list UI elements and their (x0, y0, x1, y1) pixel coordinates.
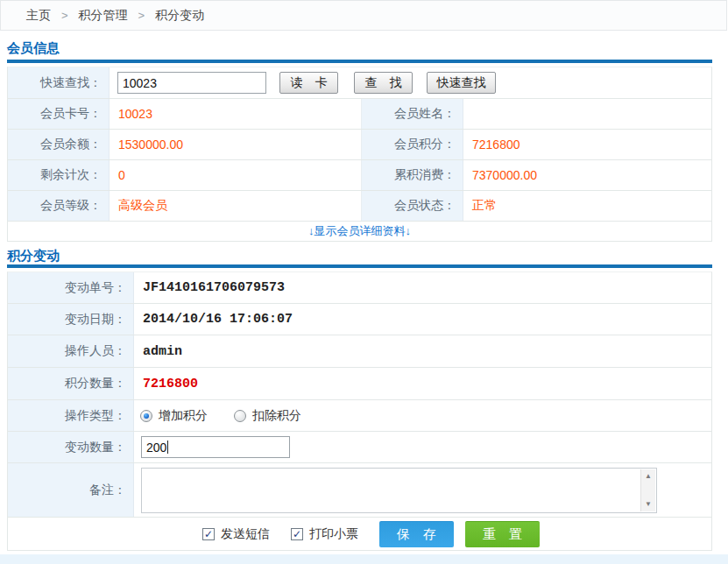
remark-row: 备注： ▲ ▼ (8, 463, 711, 518)
change-date-value: 2014/10/16 17:06:07 (134, 304, 711, 335)
actions-row: ✓ 发送短信 ✓ 打印小票 保 存 重 置 (8, 518, 711, 550)
order-number-row: 变动单号： JF1410161706079573 (8, 272, 711, 304)
change-amount-value: 200 (146, 441, 166, 455)
operator-value: admin (134, 335, 711, 367)
text-caret (167, 441, 168, 454)
member-name-value (463, 99, 711, 129)
breadcrumb-separator: > (61, 9, 68, 22)
breadcrumb-separator: > (138, 9, 145, 22)
member-status-value: 正常 (463, 191, 711, 221)
remaining-times-label: 剩余计次： (8, 160, 110, 190)
send-sms-checkbox[interactable]: ✓ (202, 528, 215, 540)
points-change-table: 变动单号： JF1410161706079573 变动日期： 2014/10/1… (7, 271, 712, 551)
balance-label: 会员余额： (8, 130, 110, 159)
member-level-label: 会员等级： (8, 191, 110, 221)
points-quantity-row: 积分数量： 7216800 (8, 368, 711, 400)
points-quantity-value: 7216800 (134, 368, 711, 399)
total-consumption-value: 7370000.00 (463, 160, 711, 190)
card-number-label: 会员卡号： (8, 99, 110, 129)
total-consumption-label: 累积消费： (362, 160, 463, 190)
member-points-value: 7216800 (463, 130, 711, 159)
deduct-points-radio[interactable] (234, 410, 246, 422)
member-row-card-name: 会员卡号： 10023 会员姓名： (8, 99, 711, 130)
operator-label: 操作人员： (8, 335, 134, 367)
member-row-level-status: 会员等级： 高级会员 会员状态： 正常 (8, 191, 711, 222)
balance-value: 1530000.00 (110, 130, 362, 159)
order-number-label: 变动单号： (8, 272, 134, 303)
add-points-radio-label[interactable]: 增加积分 (159, 408, 208, 424)
breadcrumb-points-management[interactable]: 积分管理 (79, 8, 128, 24)
change-date-label: 变动日期： (8, 304, 134, 335)
breadcrumb-home[interactable]: 主页 (26, 8, 51, 24)
scroll-down-icon[interactable]: ▼ (641, 497, 655, 511)
add-points-radio[interactable] (140, 410, 152, 422)
detail-link-row: ↓显示会员详细资料↓ (8, 222, 711, 241)
member-row-balance-points: 会员余额： 1530000.00 会员积分： 7216800 (8, 130, 711, 160)
member-level-value: 高级会员 (110, 191, 362, 221)
operator-row: 操作人员： admin (8, 335, 711, 368)
remark-label: 备注： (8, 463, 134, 517)
footer-strip (0, 554, 728, 564)
scroll-up-icon[interactable]: ▲ (641, 469, 655, 483)
quick-find-input[interactable] (117, 72, 266, 94)
deduct-points-radio-label[interactable]: 扣除积分 (252, 408, 301, 424)
show-member-detail-link[interactable]: ↓显示会员详细资料↓ (308, 223, 411, 239)
change-amount-label: 变动数量： (8, 432, 134, 462)
member-info-table: 快速查找： 读 卡 查 找 快速查找 会员卡号： 10023 会员姓名： 会员余… (7, 67, 712, 242)
change-amount-input[interactable]: 200 (141, 436, 290, 458)
member-info-title-bar (7, 60, 712, 63)
print-receipt-label[interactable]: 打印小票 (309, 526, 358, 542)
member-row-times-consume: 剩余计次： 0 累积消费： 7370000.00 (8, 160, 711, 191)
remark-textarea[interactable]: ▲ ▼ (141, 468, 657, 513)
breadcrumb: 主页 > 积分管理 > 积分变动 (0, 0, 727, 31)
print-receipt-checkbox[interactable]: ✓ (291, 528, 303, 540)
member-status-label: 会员状态： (362, 191, 463, 221)
points-change-page: 主页 > 积分管理 > 积分变动 会员信息 快速查找： 读 卡 查 找 快速查找… (0, 0, 728, 564)
order-number-value: JF1410161706079573 (134, 272, 711, 303)
member-info-title: 会员信息 (7, 40, 60, 57)
operation-type-row: 操作类型： 增加积分 扣除积分 (8, 400, 711, 432)
remark-scrollbar[interactable]: ▲ ▼ (640, 469, 655, 511)
remaining-times-value: 0 (110, 160, 362, 190)
points-change-title: 积分变动 (7, 248, 60, 264)
change-amount-row: 变动数量： 200 (8, 432, 711, 463)
save-button[interactable]: 保 存 (379, 521, 454, 547)
points-quantity-label: 积分数量： (8, 368, 134, 399)
operation-type-label: 操作类型： (8, 400, 134, 431)
quick-find-button[interactable]: 快速查找 (427, 72, 496, 94)
points-change-title-bar (7, 264, 712, 268)
reset-button[interactable]: 重 置 (465, 521, 540, 547)
breadcrumb-points-change: 积分变动 (155, 8, 204, 24)
member-points-label: 会员积分： (362, 130, 463, 159)
change-date-row: 变动日期： 2014/10/16 17:06:07 (8, 304, 711, 335)
quick-find-label: 快速查找： (8, 67, 110, 98)
member-name-label: 会员姓名： (362, 99, 463, 129)
read-card-button[interactable]: 读 卡 (279, 72, 338, 94)
send-sms-label[interactable]: 发送短信 (221, 526, 270, 542)
quick-find-row: 快速查找： 读 卡 查 找 快速查找 (8, 67, 711, 99)
find-button[interactable]: 查 找 (354, 72, 413, 94)
card-number-value: 10023 (110, 99, 362, 129)
